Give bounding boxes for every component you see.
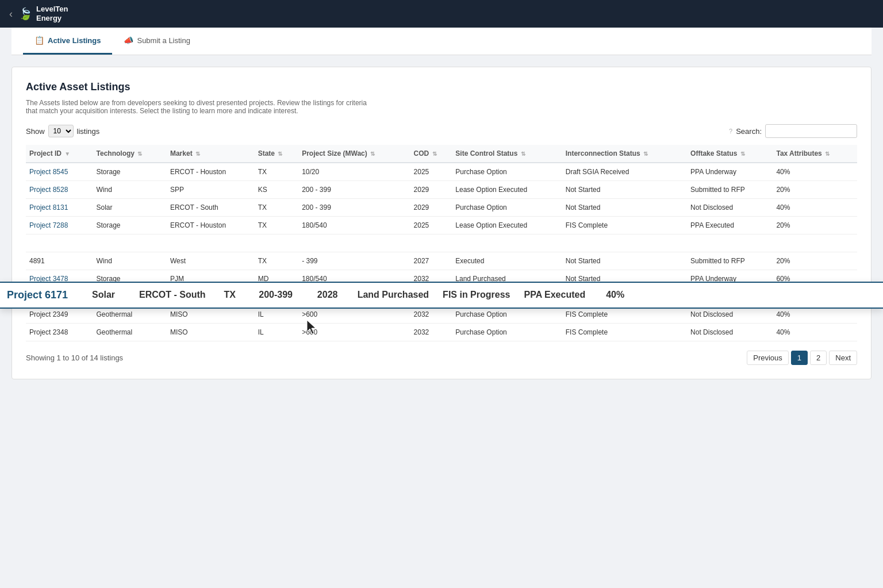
col-site-control[interactable]: Site Control Status ⇅: [452, 145, 562, 163]
highlight-cod: 2028: [305, 289, 351, 301]
col-offtake[interactable]: Offtake Status ⇅: [687, 145, 773, 163]
logo: 🍃 LevelTen Energy: [18, 5, 68, 22]
col-project-id[interactable]: Project ID ▼: [26, 145, 93, 163]
page-2-button[interactable]: 2: [810, 351, 827, 365]
table-controls: Show 10 25 50 listings ? Search:: [26, 124, 857, 138]
cell-project-id: 4891: [26, 252, 93, 270]
cell-project-size: 10/20: [298, 163, 410, 181]
cell-market: MISO: [167, 324, 255, 341]
pagination-area: Showing 1 to 10 of 14 listings Previous …: [26, 351, 857, 365]
nav-tabs: 📋 Active Listings 📣 Submit a Listing: [11, 28, 872, 55]
cell-technology: Geothermal: [93, 324, 167, 341]
highlight-size-value: 200-399: [259, 289, 293, 301]
highlight-interconnection: FIS in Progress: [436, 289, 517, 301]
cell-technology: Solar: [93, 199, 167, 217]
highlight-site-value: Land Purchased: [358, 289, 429, 301]
highlight-technology-value: Solar: [92, 289, 115, 301]
cell-state: IL: [255, 324, 299, 341]
project-link[interactable]: Project 7288: [29, 221, 68, 229]
page-1-button[interactable]: 1: [791, 351, 808, 365]
back-button[interactable]: ‹: [9, 8, 13, 20]
previous-button[interactable]: Previous: [747, 351, 789, 365]
cell-interconnection-status: Not Started: [562, 199, 687, 217]
col-market[interactable]: Market ⇅: [167, 145, 255, 163]
highlight-site-control: Land Purchased: [351, 289, 436, 301]
cell-site-control-status: Lease Option Executed: [452, 181, 562, 199]
cell-cod: 2032: [410, 324, 452, 341]
col-cod[interactable]: COD ⇅: [410, 145, 452, 163]
cell-tax-attributes: 40%: [773, 163, 857, 181]
cell-project-id[interactable]: Project 7288: [26, 217, 93, 235]
cell-site-control-status: Purchase Option: [452, 324, 562, 341]
cell-interconnection-status: FIS Complete: [562, 217, 687, 235]
cell-offtake-status: Submitted to RFP: [687, 252, 773, 270]
show-entries-select[interactable]: 10 25 50: [48, 125, 74, 137]
highlight-cod-value: 2028: [317, 289, 338, 301]
col-state[interactable]: State ⇅: [255, 145, 299, 163]
cell-cod: 2025: [410, 163, 452, 181]
cell-project-size: 200 - 399: [298, 181, 410, 199]
col-technology[interactable]: Technology ⇅: [93, 145, 167, 163]
search-label: Search:: [736, 127, 762, 136]
table-row[interactable]: Project 7288StorageERCOT - HoustonTX180/…: [26, 217, 857, 235]
highlight-project-id-value: Project 6171: [7, 289, 68, 302]
highlight-tax-value: 40%: [606, 289, 624, 301]
cell-interconnection-status: FIS Complete: [562, 324, 687, 341]
entries-label: listings: [77, 127, 100, 136]
project-link[interactable]: Project 8545: [29, 168, 68, 176]
table-row[interactable]: Project 8528WindSPPKS200 - 3992029Lease …: [26, 181, 857, 199]
col-interconnection[interactable]: Interconnection Status ⇅: [562, 145, 687, 163]
cell-technology: Wind: [93, 252, 167, 270]
submit-listing-label: Submit a Listing: [137, 36, 190, 45]
cell-offtake-status: PPA Underway: [687, 163, 773, 181]
cell-project-size: >600: [298, 324, 410, 341]
table-row[interactable]: Project 8131SolarERCOT - SouthTX200 - 39…: [26, 199, 857, 217]
cell-project-id[interactable]: Project 8528: [26, 181, 93, 199]
highlight-row-overlay[interactable]: Project 6171 Solar ERCOT - South TX 200-…: [0, 282, 883, 309]
highlight-offtake-value: PPA Executed: [524, 289, 585, 301]
table-header: Project ID ▼ Technology ⇅ Market ⇅ State…: [26, 145, 857, 163]
show-entries: Show 10 25 50 listings: [26, 125, 99, 137]
cell-tax-attributes: 20%: [773, 217, 857, 235]
cell-project-id[interactable]: Project 8545: [26, 163, 93, 181]
cell-tax-attributes: 40%: [773, 199, 857, 217]
tab-active-listings[interactable]: 📋 Active Listings: [23, 28, 112, 55]
highlight-technology: Solar: [75, 289, 132, 301]
active-listings-icon: 📋: [34, 36, 44, 45]
table-row[interactable]: 4891WindWestTX- 3992027ExecutedNot Start…: [26, 252, 857, 270]
highlight-market: ERCOT - South: [132, 289, 213, 301]
cell-tax-attributes: 40%: [773, 324, 857, 341]
cell-state: TX: [255, 199, 299, 217]
cell-market: ERCOT - Houston: [167, 217, 255, 235]
logo-line1: LevelTen: [36, 5, 68, 13]
cell-offtake-status: Submitted to RFP: [687, 181, 773, 199]
top-bar: ‹ 🍃 LevelTen Energy: [0, 0, 883, 28]
page-title: Active Asset Listings: [26, 81, 857, 93]
cell-market: West: [167, 252, 255, 270]
tab-submit-listing[interactable]: 📣 Submit a Listing: [112, 28, 202, 55]
col-project-size[interactable]: Project Size (MWac) ⇅: [298, 145, 410, 163]
cell-market: SPP: [167, 181, 255, 199]
cell-tax-attributes: 20%: [773, 181, 857, 199]
cell-project-id[interactable]: Project 8131: [26, 199, 93, 217]
pagination-controls: Previous 1 2 Next: [747, 351, 857, 365]
cell-project-size: - 399: [298, 252, 410, 270]
col-tax[interactable]: Tax Attributes ⇅: [773, 145, 857, 163]
search-help-icon: ?: [729, 128, 732, 134]
cell-state: TX: [255, 217, 299, 235]
search-input[interactable]: [765, 124, 857, 138]
active-listings-label: Active Listings: [48, 36, 101, 45]
cell-technology: Storage: [93, 217, 167, 235]
project-link[interactable]: Project 8131: [29, 203, 68, 212]
cell-state: KS: [255, 181, 299, 199]
cell-state: TX: [255, 163, 299, 181]
next-button[interactable]: Next: [829, 351, 857, 365]
cell-technology: Wind: [93, 181, 167, 199]
cell-site-control-status: Purchase Option: [452, 163, 562, 181]
table-body: Project 8545StorageERCOT - HoustonTX10/2…: [26, 163, 857, 341]
table-row[interactable]: Project 2348GeothermalMISOIL>6002032Purc…: [26, 324, 857, 341]
table-row[interactable]: Project 8545StorageERCOT - HoustonTX10/2…: [26, 163, 857, 181]
project-link[interactable]: Project 8528: [29, 186, 68, 194]
cell-cod: 2025: [410, 217, 452, 235]
page-description: The Assets listed below are from develop…: [26, 99, 371, 115]
